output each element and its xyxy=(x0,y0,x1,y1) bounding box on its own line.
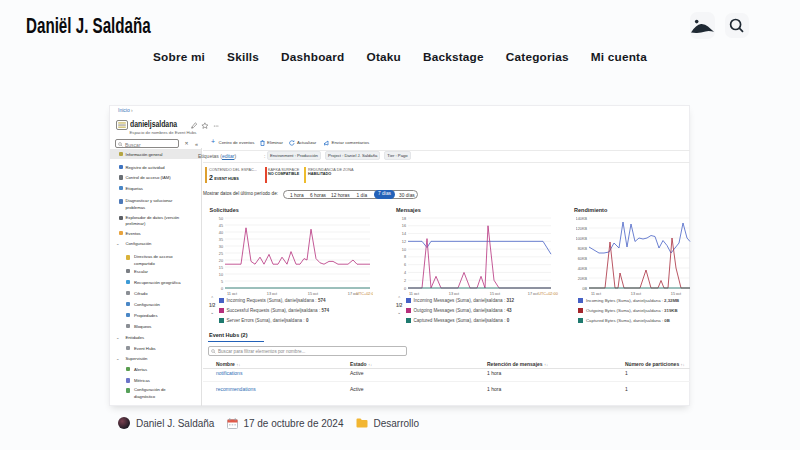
svg-text:0B: 0B xyxy=(582,287,587,291)
svg-text:20: 20 xyxy=(219,259,223,263)
svg-text:12: 12 xyxy=(402,240,406,244)
svg-text:6: 6 xyxy=(404,263,406,267)
svg-text:140KB: 140KB xyxy=(576,217,587,221)
svg-text:8: 8 xyxy=(404,255,406,259)
svg-text:120KB: 120KB xyxy=(576,227,587,231)
svg-text:2: 2 xyxy=(404,279,406,283)
svg-text:60KB: 60KB xyxy=(578,257,588,261)
svg-text:0: 0 xyxy=(404,287,406,291)
svg-text:20KB: 20KB xyxy=(578,277,588,281)
svg-text:40KB: 40KB xyxy=(578,267,588,271)
svg-text:5: 5 xyxy=(221,280,223,284)
svg-text:45: 45 xyxy=(219,224,223,228)
svg-text:18: 18 xyxy=(402,217,406,221)
svg-text:40: 40 xyxy=(219,231,223,235)
svg-text:80KB: 80KB xyxy=(578,247,588,251)
svg-text:4: 4 xyxy=(404,271,406,275)
svg-text:16: 16 xyxy=(402,224,406,228)
svg-text:30: 30 xyxy=(219,245,223,249)
svg-text:14: 14 xyxy=(402,232,406,236)
svg-text:100KB: 100KB xyxy=(576,237,587,241)
svg-text:25: 25 xyxy=(219,252,223,256)
svg-text:35: 35 xyxy=(219,238,223,242)
svg-text:15: 15 xyxy=(219,266,223,270)
svg-text:10: 10 xyxy=(219,273,223,277)
svg-text:50: 50 xyxy=(219,217,223,221)
svg-text:UTC+02:00: UTC+02:00 xyxy=(538,292,558,296)
svg-text:10: 10 xyxy=(402,248,406,252)
svg-text:0: 0 xyxy=(221,287,223,291)
svg-text:UTC+02:00: UTC+02:00 xyxy=(356,292,373,296)
